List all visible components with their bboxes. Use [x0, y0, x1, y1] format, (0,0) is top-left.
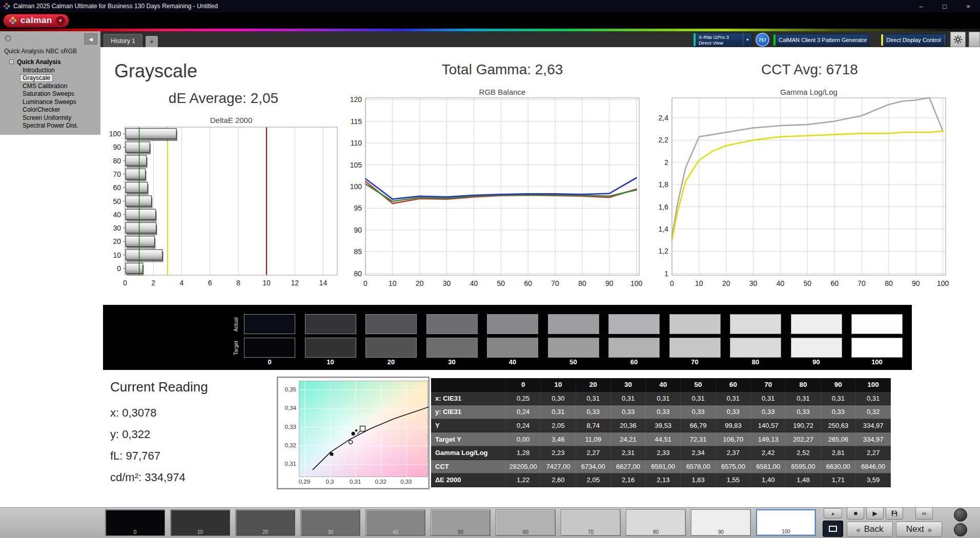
- actual-swatch-60: [608, 314, 660, 334]
- pattern-level-label-40: 40: [366, 529, 425, 535]
- workflow-title: Quick Analysis NBC sRGB: [4, 48, 77, 55]
- sidebar-collapse-button[interactable]: ◀: [84, 33, 97, 45]
- reading-x-value: x: 0,3078: [110, 402, 208, 424]
- pattern-level-label-50: 50: [431, 529, 490, 535]
- table-value-cell: 0,33: [681, 405, 716, 419]
- table-value-cell: 6630,00: [821, 460, 856, 474]
- pattern-bar-up-button[interactable]: ▲: [824, 508, 842, 519]
- sidebar-item-cms-calibration[interactable]: CMS Calibration: [21, 83, 69, 90]
- display-control-dropdown-icon[interactable]: ▼: [945, 34, 946, 46]
- continuous-read-button[interactable]: ∞: [915, 507, 933, 520]
- sidebar-item-luminance-sweeps[interactable]: Luminance Sweeps: [21, 99, 78, 106]
- pattern-generator-button[interactable]: CalMAN Client 3 Pattern Generator ▼: [773, 34, 869, 46]
- sidebar-item-screen-uniformity[interactable]: Screen Uniformity: [21, 115, 73, 121]
- maximize-button[interactable]: □: [933, 0, 956, 12]
- meter-count-badge[interactable]: 717: [756, 33, 769, 47]
- pattern-window-button[interactable]: [823, 521, 843, 537]
- svg-text:10: 10: [389, 279, 397, 287]
- pattern-level-button-30[interactable]: 30: [300, 509, 360, 536]
- table-value-cell: 0,31: [751, 392, 786, 406]
- svg-text:2,4: 2,4: [659, 114, 669, 122]
- display-control-button[interactable]: Direct Display Control ▼: [881, 34, 946, 46]
- table-value-cell: 24,21: [611, 432, 646, 446]
- svg-text:90: 90: [912, 279, 920, 287]
- workflow-root-node[interactable]: - Quick Analysis: [9, 58, 100, 66]
- pattern-level-button-60[interactable]: 60: [496, 509, 556, 536]
- toolbar-overflow-button[interactable]: [969, 32, 980, 47]
- pattern-level-button-70[interactable]: 70: [561, 509, 621, 536]
- pin-icon[interactable]: ●: [5, 35, 11, 42]
- de-average-heading: dE Average: 2,05: [100, 90, 346, 107]
- save-button[interactable]: [886, 507, 903, 520]
- back-button[interactable]: « Back: [847, 522, 893, 537]
- add-tab-button[interactable]: +: [146, 36, 158, 47]
- swatch-level-label-100: 100: [851, 358, 903, 366]
- sidebar-item-colorchecker[interactable]: ColorChecker: [21, 107, 62, 113]
- close-button[interactable]: ×: [956, 0, 980, 12]
- pattern-level-button-50[interactable]: 50: [431, 509, 491, 536]
- table-value-cell: 0,31: [681, 392, 716, 406]
- svg-text:100: 100: [350, 182, 362, 191]
- secondary-round-button[interactable]: [954, 523, 967, 536]
- calman-menu-button[interactable]: calman ▼: [3, 14, 69, 28]
- sidebar-item-spectral-power-dist-[interactable]: Spectral Power Dist.: [21, 122, 80, 129]
- play-button[interactable]: ▶: [866, 507, 884, 520]
- svg-text:Gamma Log/Log: Gamma Log/Log: [780, 88, 838, 96]
- table-row-label: x: CIE31: [431, 392, 506, 406]
- svg-text:115: 115: [351, 117, 362, 126]
- tab-history-1[interactable]: History 1: [104, 34, 142, 47]
- svg-text:90: 90: [605, 279, 614, 287]
- table-value-cell: 2,23: [541, 446, 576, 460]
- svg-text:30: 30: [113, 224, 121, 232]
- svg-text:105: 105: [350, 161, 362, 169]
- stop-button[interactable]: ■: [847, 507, 864, 520]
- sidebar-item-grayscale[interactable]: Grayscale: [21, 75, 52, 81]
- table-row-label: Target Y: [431, 432, 506, 446]
- table-value-cell: 6591,00: [646, 460, 681, 474]
- pattern-generator-status-stripe: [773, 34, 775, 46]
- pattern-level-button-20[interactable]: 20: [235, 509, 295, 536]
- meter-selector-button[interactable]: X-Rite i1Pro 3 Direct View ▼: [693, 33, 752, 47]
- cie-diagram: [299, 381, 428, 478]
- pattern-level-button-10[interactable]: 10: [170, 509, 230, 536]
- table-value-cell: 11,09: [576, 432, 611, 446]
- pattern-level-button-80[interactable]: 80: [626, 509, 686, 536]
- target-swatch-50: [548, 338, 599, 358]
- swatch-level-label-30: 30: [426, 358, 478, 366]
- svg-text:20: 20: [113, 237, 121, 245]
- settings-button[interactable]: [950, 32, 966, 47]
- actual-swatch-50: [548, 314, 599, 334]
- meter-dropdown-icon[interactable]: ▼: [743, 33, 752, 46]
- pattern-level-button-100[interactable]: 100: [756, 509, 816, 536]
- table-value-cell: 6578,00: [681, 460, 716, 474]
- pattern-level-label-70: 70: [561, 529, 620, 535]
- svg-text:14: 14: [319, 279, 328, 287]
- svg-text:10: 10: [262, 279, 271, 287]
- reading-y-value: y: 0,322: [110, 424, 208, 445]
- next-button[interactable]: Next »: [896, 522, 942, 537]
- svg-text:100: 100: [630, 279, 643, 287]
- total-gamma-heading: Total Gamma: 2,63: [365, 61, 639, 78]
- pattern-level-button-40[interactable]: 40: [365, 509, 425, 536]
- pattern-level-button-90[interactable]: 90: [691, 509, 751, 536]
- display-control-status-stripe: [881, 34, 883, 46]
- actual-swatch-30: [426, 314, 478, 334]
- sidebar-item-introduction[interactable]: Introduction: [21, 67, 57, 74]
- table-value-cell: 0,30: [541, 392, 576, 406]
- svg-text:60: 60: [113, 183, 121, 192]
- svg-text:1,8: 1,8: [659, 180, 669, 189]
- table-value-cell: 0,31: [541, 405, 576, 419]
- pattern-level-button-0[interactable]: 0: [105, 509, 165, 536]
- deltae-chart: DeltaE 200002468101214100908070605040302…: [100, 115, 346, 289]
- pattern-level-label-0: 0: [106, 529, 165, 535]
- svg-text:10: 10: [695, 279, 703, 287]
- table-row-label: y: CIE31: [431, 405, 506, 419]
- read-meter-button[interactable]: [954, 508, 967, 522]
- pattern-level-label-100: 100: [757, 529, 815, 534]
- cie-x-tick-0,29: 0,29: [294, 479, 315, 485]
- svg-text:40: 40: [470, 279, 478, 287]
- sidebar-item-saturation-sweeps[interactable]: Saturation Sweeps: [21, 91, 76, 97]
- minimize-button[interactable]: –: [909, 0, 933, 12]
- collapse-expander-icon[interactable]: -: [9, 59, 14, 64]
- stop-icon: ■: [853, 510, 857, 517]
